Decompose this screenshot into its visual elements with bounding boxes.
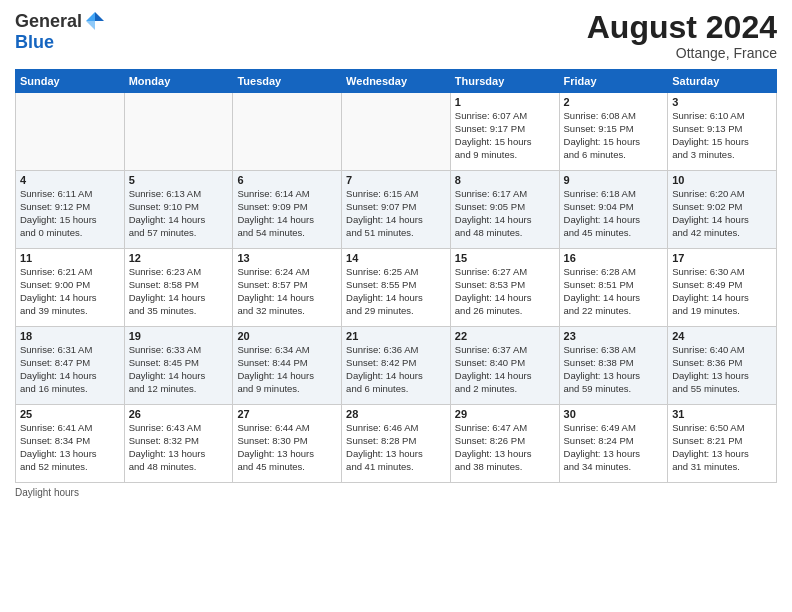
calendar-week-row: 4Sunrise: 6:11 AMSunset: 9:12 PMDaylight… bbox=[16, 171, 777, 249]
day-number: 30 bbox=[564, 408, 664, 420]
col-tuesday: Tuesday bbox=[233, 70, 342, 93]
day-number: 3 bbox=[672, 96, 772, 108]
calendar-header-row: Sunday Monday Tuesday Wednesday Thursday… bbox=[16, 70, 777, 93]
table-row: 21Sunrise: 6:36 AMSunset: 8:42 PMDayligh… bbox=[342, 327, 451, 405]
day-info: Sunrise: 6:25 AMSunset: 8:55 PMDaylight:… bbox=[346, 266, 446, 317]
calendar-week-row: 25Sunrise: 6:41 AMSunset: 8:34 PMDayligh… bbox=[16, 405, 777, 483]
table-row: 31Sunrise: 6:50 AMSunset: 8:21 PMDayligh… bbox=[668, 405, 777, 483]
table-row: 7Sunrise: 6:15 AMSunset: 9:07 PMDaylight… bbox=[342, 171, 451, 249]
table-row bbox=[16, 93, 125, 171]
day-info: Sunrise: 6:15 AMSunset: 9:07 PMDaylight:… bbox=[346, 188, 446, 239]
calendar-week-row: 18Sunrise: 6:31 AMSunset: 8:47 PMDayligh… bbox=[16, 327, 777, 405]
col-thursday: Thursday bbox=[450, 70, 559, 93]
svg-marker-2 bbox=[86, 21, 95, 30]
day-info: Sunrise: 6:36 AMSunset: 8:42 PMDaylight:… bbox=[346, 344, 446, 395]
col-monday: Monday bbox=[124, 70, 233, 93]
table-row: 4Sunrise: 6:11 AMSunset: 9:12 PMDaylight… bbox=[16, 171, 125, 249]
day-info: Sunrise: 6:11 AMSunset: 9:12 PMDaylight:… bbox=[20, 188, 120, 239]
table-row: 14Sunrise: 6:25 AMSunset: 8:55 PMDayligh… bbox=[342, 249, 451, 327]
table-row: 20Sunrise: 6:34 AMSunset: 8:44 PMDayligh… bbox=[233, 327, 342, 405]
day-info: Sunrise: 6:28 AMSunset: 8:51 PMDaylight:… bbox=[564, 266, 664, 317]
day-info: Sunrise: 6:31 AMSunset: 8:47 PMDaylight:… bbox=[20, 344, 120, 395]
day-info: Sunrise: 6:07 AMSunset: 9:17 PMDaylight:… bbox=[455, 110, 555, 161]
day-number: 5 bbox=[129, 174, 229, 186]
day-number: 16 bbox=[564, 252, 664, 264]
table-row: 22Sunrise: 6:37 AMSunset: 8:40 PMDayligh… bbox=[450, 327, 559, 405]
day-number: 19 bbox=[129, 330, 229, 342]
col-saturday: Saturday bbox=[668, 70, 777, 93]
col-wednesday: Wednesday bbox=[342, 70, 451, 93]
day-info: Sunrise: 6:30 AMSunset: 8:49 PMDaylight:… bbox=[672, 266, 772, 317]
logo-flag-icon bbox=[84, 10, 106, 32]
table-row: 16Sunrise: 6:28 AMSunset: 8:51 PMDayligh… bbox=[559, 249, 668, 327]
calendar-table: Sunday Monday Tuesday Wednesday Thursday… bbox=[15, 69, 777, 483]
month-year-title: August 2024 bbox=[587, 10, 777, 45]
table-row: 19Sunrise: 6:33 AMSunset: 8:45 PMDayligh… bbox=[124, 327, 233, 405]
day-number: 10 bbox=[672, 174, 772, 186]
day-number: 13 bbox=[237, 252, 337, 264]
day-info: Sunrise: 6:18 AMSunset: 9:04 PMDaylight:… bbox=[564, 188, 664, 239]
col-sunday: Sunday bbox=[16, 70, 125, 93]
day-number: 2 bbox=[564, 96, 664, 108]
day-number: 4 bbox=[20, 174, 120, 186]
day-number: 18 bbox=[20, 330, 120, 342]
day-info: Sunrise: 6:37 AMSunset: 8:40 PMDaylight:… bbox=[455, 344, 555, 395]
day-number: 27 bbox=[237, 408, 337, 420]
location-label: Ottange, France bbox=[587, 45, 777, 61]
table-row: 25Sunrise: 6:41 AMSunset: 8:34 PMDayligh… bbox=[16, 405, 125, 483]
day-number: 8 bbox=[455, 174, 555, 186]
day-info: Sunrise: 6:20 AMSunset: 9:02 PMDaylight:… bbox=[672, 188, 772, 239]
table-row: 3Sunrise: 6:10 AMSunset: 9:13 PMDaylight… bbox=[668, 93, 777, 171]
table-row: 27Sunrise: 6:44 AMSunset: 8:30 PMDayligh… bbox=[233, 405, 342, 483]
day-number: 22 bbox=[455, 330, 555, 342]
table-row: 1Sunrise: 6:07 AMSunset: 9:17 PMDaylight… bbox=[450, 93, 559, 171]
day-number: 11 bbox=[20, 252, 120, 264]
table-row: 15Sunrise: 6:27 AMSunset: 8:53 PMDayligh… bbox=[450, 249, 559, 327]
header: General Blue August 2024 Ottange, France bbox=[15, 10, 777, 61]
table-row: 10Sunrise: 6:20 AMSunset: 9:02 PMDayligh… bbox=[668, 171, 777, 249]
table-row: 24Sunrise: 6:40 AMSunset: 8:36 PMDayligh… bbox=[668, 327, 777, 405]
day-info: Sunrise: 6:47 AMSunset: 8:26 PMDaylight:… bbox=[455, 422, 555, 473]
day-info: Sunrise: 6:10 AMSunset: 9:13 PMDaylight:… bbox=[672, 110, 772, 161]
day-number: 17 bbox=[672, 252, 772, 264]
table-row: 2Sunrise: 6:08 AMSunset: 9:15 PMDaylight… bbox=[559, 93, 668, 171]
table-row: 23Sunrise: 6:38 AMSunset: 8:38 PMDayligh… bbox=[559, 327, 668, 405]
day-number: 25 bbox=[20, 408, 120, 420]
day-info: Sunrise: 6:13 AMSunset: 9:10 PMDaylight:… bbox=[129, 188, 229, 239]
day-info: Sunrise: 6:41 AMSunset: 8:34 PMDaylight:… bbox=[20, 422, 120, 473]
logo-general-text: General bbox=[15, 11, 82, 32]
day-info: Sunrise: 6:40 AMSunset: 8:36 PMDaylight:… bbox=[672, 344, 772, 395]
day-number: 29 bbox=[455, 408, 555, 420]
table-row bbox=[233, 93, 342, 171]
day-number: 23 bbox=[564, 330, 664, 342]
table-row: 17Sunrise: 6:30 AMSunset: 8:49 PMDayligh… bbox=[668, 249, 777, 327]
day-info: Sunrise: 6:17 AMSunset: 9:05 PMDaylight:… bbox=[455, 188, 555, 239]
day-number: 6 bbox=[237, 174, 337, 186]
calendar-week-row: 1Sunrise: 6:07 AMSunset: 9:17 PMDaylight… bbox=[16, 93, 777, 171]
calendar-week-row: 11Sunrise: 6:21 AMSunset: 9:00 PMDayligh… bbox=[16, 249, 777, 327]
footer-label: Daylight hours bbox=[15, 487, 79, 498]
day-number: 15 bbox=[455, 252, 555, 264]
day-info: Sunrise: 6:44 AMSunset: 8:30 PMDaylight:… bbox=[237, 422, 337, 473]
day-number: 24 bbox=[672, 330, 772, 342]
day-info: Sunrise: 6:38 AMSunset: 8:38 PMDaylight:… bbox=[564, 344, 664, 395]
day-info: Sunrise: 6:46 AMSunset: 8:28 PMDaylight:… bbox=[346, 422, 446, 473]
table-row: 18Sunrise: 6:31 AMSunset: 8:47 PMDayligh… bbox=[16, 327, 125, 405]
day-number: 1 bbox=[455, 96, 555, 108]
day-info: Sunrise: 6:08 AMSunset: 9:15 PMDaylight:… bbox=[564, 110, 664, 161]
table-row bbox=[342, 93, 451, 171]
day-number: 20 bbox=[237, 330, 337, 342]
footer: Daylight hours bbox=[15, 487, 777, 498]
svg-marker-0 bbox=[95, 12, 104, 21]
page: General Blue August 2024 Ottange, France bbox=[0, 0, 792, 612]
day-number: 14 bbox=[346, 252, 446, 264]
table-row: 30Sunrise: 6:49 AMSunset: 8:24 PMDayligh… bbox=[559, 405, 668, 483]
table-row: 11Sunrise: 6:21 AMSunset: 9:00 PMDayligh… bbox=[16, 249, 125, 327]
day-info: Sunrise: 6:27 AMSunset: 8:53 PMDaylight:… bbox=[455, 266, 555, 317]
table-row: 6Sunrise: 6:14 AMSunset: 9:09 PMDaylight… bbox=[233, 171, 342, 249]
table-row bbox=[124, 93, 233, 171]
day-info: Sunrise: 6:33 AMSunset: 8:45 PMDaylight:… bbox=[129, 344, 229, 395]
svg-marker-1 bbox=[86, 12, 95, 21]
table-row: 8Sunrise: 6:17 AMSunset: 9:05 PMDaylight… bbox=[450, 171, 559, 249]
table-row: 9Sunrise: 6:18 AMSunset: 9:04 PMDaylight… bbox=[559, 171, 668, 249]
